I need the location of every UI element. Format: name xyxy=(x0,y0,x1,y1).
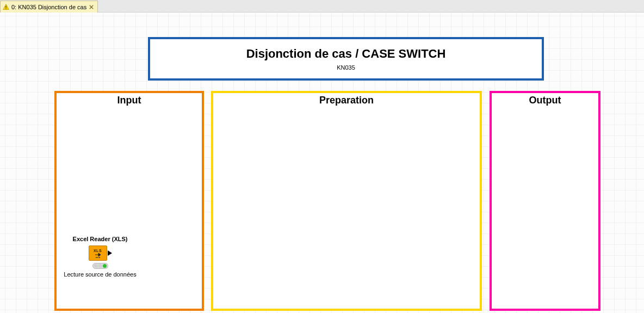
status-dot-yellow xyxy=(98,264,102,268)
workflow-title: Disjonction de cas / CASE SWITCH xyxy=(246,47,446,61)
svg-rect-1 xyxy=(5,5,6,8)
group-input-label: Input xyxy=(57,93,202,106)
svg-rect-2 xyxy=(5,8,6,9)
node-badge: XLS xyxy=(94,249,102,253)
warning-icon xyxy=(3,4,9,10)
ellipsis-icon xyxy=(96,257,100,258)
arrow-right-icon xyxy=(95,253,101,256)
workflow-tab[interactable]: 0: KN035 Disjonction de cas xyxy=(0,1,98,13)
group-preparation-label: Preparation xyxy=(213,93,480,106)
tab-label: 0: KN035 Disjonction de cas xyxy=(11,4,86,10)
group-output[interactable]: Output xyxy=(490,91,600,311)
group-preparation[interactable]: Preparation xyxy=(211,91,482,311)
node-status-traffic-light xyxy=(92,263,108,269)
node-caption: Lecture source de données xyxy=(64,271,136,278)
node-title: Excel Reader (XLS) xyxy=(73,236,128,242)
tab-bar: 0: KN035 Disjonction de cas xyxy=(0,0,644,13)
workflow-code: KN035 xyxy=(337,64,355,71)
status-dot-red xyxy=(94,264,98,268)
group-output-label: Output xyxy=(492,93,598,106)
workflow-canvas[interactable]: Disjonction de cas / CASE SWITCH KN035 I… xyxy=(0,13,644,313)
status-dot-green xyxy=(103,264,107,268)
node-icon: XLS xyxy=(89,246,107,261)
output-port-icon[interactable] xyxy=(108,250,112,256)
workflow-title-annotation[interactable]: Disjonction de cas / CASE SWITCH KN035 xyxy=(148,37,544,81)
close-icon[interactable] xyxy=(89,4,94,10)
node-body-row: XLS xyxy=(89,246,112,261)
node-excel-reader[interactable]: Excel Reader (XLS) XLS Lecture source de… xyxy=(62,236,138,278)
